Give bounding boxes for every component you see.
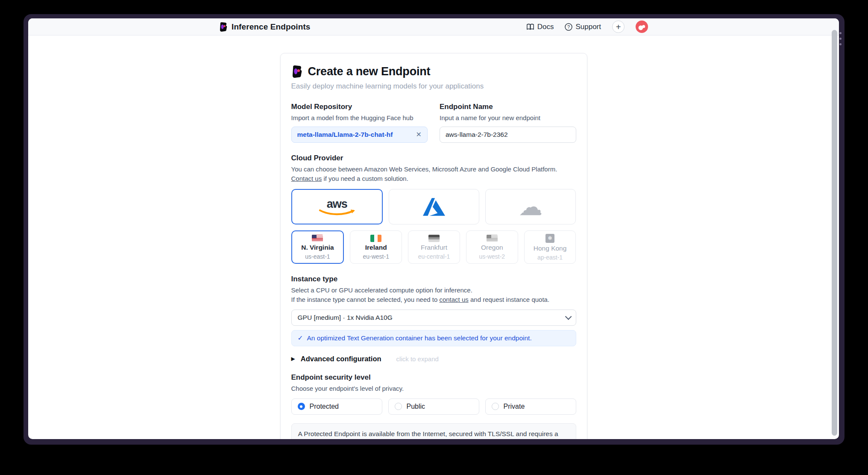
cloud-provider-description: You can choose between Amazon Web Servic… xyxy=(291,165,576,183)
notice-text: A Protected Endpoint is available from t… xyxy=(298,430,558,440)
scrollbar-thumb[interactable] xyxy=(832,30,837,436)
endpoint-name-description: Input a name for your new endpoint xyxy=(440,113,576,123)
contact-us-quota-link[interactable]: contact us xyxy=(439,296,468,303)
user-avatar[interactable] xyxy=(636,21,648,33)
page-title: Create a new Endpoint xyxy=(308,65,431,78)
security-level-description: Choose your endpoint's level of privacy. xyxy=(291,384,576,393)
docs-link[interactable]: Docs xyxy=(526,23,554,31)
instance-type-label: Instance type xyxy=(291,275,576,283)
radio-unselected-icon[interactable] xyxy=(395,403,402,410)
support-link[interactable]: ? Support xyxy=(565,23,601,31)
us-flag-gray-icon xyxy=(487,235,498,242)
hong-kong-flag-gray-icon: ✻ xyxy=(545,234,554,243)
svg-text:?: ? xyxy=(567,24,570,30)
clear-model-icon[interactable]: ✕ xyxy=(416,130,422,139)
frame-handle-dot xyxy=(839,32,842,34)
book-icon xyxy=(526,24,534,30)
instance-type-description-line2: If the instance type cannot be selected,… xyxy=(291,296,440,303)
model-repository-description: Import a model from the Hugging Face hub xyxy=(291,113,428,123)
protected-endpoint-notice: A Protected Endpoint is available from t… xyxy=(291,423,576,440)
check-icon: ✓ xyxy=(298,334,303,342)
instance-type-selected-value: GPU [medium] · 1x Nvidia A10G xyxy=(298,314,393,322)
main-content: Create a new Endpoint Easily deploy mach… xyxy=(28,35,839,439)
ireland-flag-icon xyxy=(370,235,381,242)
cloud-provider-label: Cloud Provider xyxy=(291,154,576,162)
germany-flag-gray-icon xyxy=(428,235,440,242)
page-subtitle: Easily deploy machine learning models fo… xyxy=(291,82,576,91)
frame-handle-dot xyxy=(839,43,842,45)
support-label: Support xyxy=(575,23,601,31)
cloud-provider-description-line1: You can choose between Amazon Web Servic… xyxy=(291,165,557,173)
provider-card-aws[interactable]: aws xyxy=(291,189,383,224)
model-repository-field[interactable]: meta-llama/Llama-2-7b-chat-hf ✕ xyxy=(291,127,428,143)
new-endpoint-plus-button[interactable]: + xyxy=(612,21,625,33)
security-option-public[interactable]: Public xyxy=(388,398,479,415)
app-title: Inference Endpoints xyxy=(232,22,311,32)
optimized-container-banner: ✓ An optimized Text Generation container… xyxy=(291,330,576,346)
instance-type-description-line1: Select a CPU or GPU accelerated compute … xyxy=(291,286,472,294)
chevron-down-icon xyxy=(565,313,572,320)
endpoint-name-label: Endpoint Name xyxy=(440,103,576,111)
inference-endpoints-logo-icon xyxy=(219,22,228,32)
endpoints-logo-icon xyxy=(291,65,303,78)
model-repository-label: Model Repository xyxy=(291,103,428,111)
cloud-provider-description-line2: if you need a custom solution. xyxy=(322,175,408,182)
instance-type-description-line2-rest: and request instance quota. xyxy=(469,296,549,303)
provider-card-azure[interactable] xyxy=(389,189,479,224)
model-repository-value: meta-llama/Llama-2-7b-chat-hf xyxy=(297,131,393,139)
scrollbar-track[interactable] xyxy=(830,18,839,439)
top-navigation-bar: Inference Endpoints Docs ? xyxy=(28,18,839,35)
radio-unselected-icon[interactable] xyxy=(492,403,499,410)
azure-logo-icon xyxy=(423,198,445,216)
app-brand[interactable]: Inference Endpoints xyxy=(219,22,311,32)
radio-selected-icon[interactable] xyxy=(298,403,305,410)
provider-card-gcp[interactable]: ☁ xyxy=(485,189,576,224)
gcp-cloud-icon: ☁ xyxy=(519,195,542,219)
region-code: us-east-1 xyxy=(305,253,330,260)
avatar-glyph-icon xyxy=(638,24,646,30)
create-endpoint-card: Create a new Endpoint Easily deploy mach… xyxy=(280,53,587,439)
click-to-expand-hint: click to expand xyxy=(396,355,439,363)
browser-window: Inference Endpoints Docs ? xyxy=(23,14,845,445)
security-option-private[interactable]: Private xyxy=(485,398,576,415)
region-code: us-west-2 xyxy=(479,253,505,260)
docs-label: Docs xyxy=(537,23,554,31)
endpoint-name-input[interactable] xyxy=(440,127,576,143)
instance-type-select[interactable]: GPU [medium] · 1x Nvidia A10G xyxy=(291,310,576,326)
region-name: Ireland xyxy=(365,244,387,251)
security-option-protected[interactable]: Protected xyxy=(291,398,382,415)
frame-handle-dot xyxy=(839,38,842,40)
contact-us-link[interactable]: Contact us xyxy=(291,175,322,182)
region-name: Frankfurt xyxy=(421,244,447,251)
triangle-right-icon: ▶ xyxy=(291,356,295,362)
radio-label: Public xyxy=(407,403,425,410)
radio-label: Private xyxy=(504,403,525,410)
region-name: N. Virginia xyxy=(301,244,334,251)
advanced-configuration-label: Advanced configuration xyxy=(301,355,381,363)
region-card-hong-kong: ✻ Hong Kong ap-east-1 xyxy=(524,230,576,264)
region-card-ireland[interactable]: Ireland eu-west-1 xyxy=(350,230,402,264)
question-circle-icon: ? xyxy=(565,23,572,31)
region-code: ap-east-1 xyxy=(537,254,563,261)
security-level-label: Endpoint security level xyxy=(291,373,576,382)
desktop-background: Inference Endpoints Docs ? xyxy=(0,0,868,475)
advanced-configuration-toggle[interactable]: ▶ Advanced configuration click to expand xyxy=(291,355,576,363)
page: Inference Endpoints Docs ? xyxy=(28,18,839,439)
region-code: eu-central-1 xyxy=(418,253,450,260)
region-name: Hong Kong xyxy=(534,245,567,252)
radio-label: Protected xyxy=(310,403,339,410)
us-flag-icon xyxy=(312,235,323,242)
region-card-frankfurt: Frankfurt eu-central-1 xyxy=(408,230,460,264)
aws-logo-icon: aws xyxy=(317,200,357,216)
optimized-container-text: An optimized Text Generation container h… xyxy=(307,334,532,342)
region-card-n-virginia[interactable]: N. Virginia us-east-1 xyxy=(291,230,344,264)
region-name: Oregon xyxy=(481,244,503,251)
region-code: eu-west-1 xyxy=(363,253,389,260)
region-card-oregon: Oregon us-west-2 xyxy=(466,230,518,264)
aws-logo-text: aws xyxy=(327,200,347,209)
instance-type-description: Select a CPU or GPU accelerated compute … xyxy=(291,286,576,304)
